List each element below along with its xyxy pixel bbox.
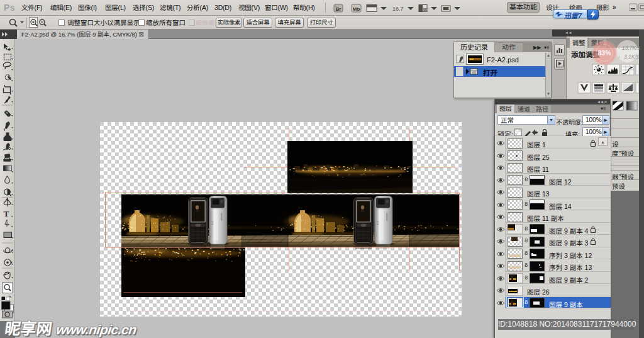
svg-text:Br: Br [336, 6, 341, 12]
svg-text:Mb: Mb [353, 6, 360, 12]
svg-text:T: T [4, 209, 9, 218]
svg-text:16.7: 16.7 [392, 6, 404, 12]
